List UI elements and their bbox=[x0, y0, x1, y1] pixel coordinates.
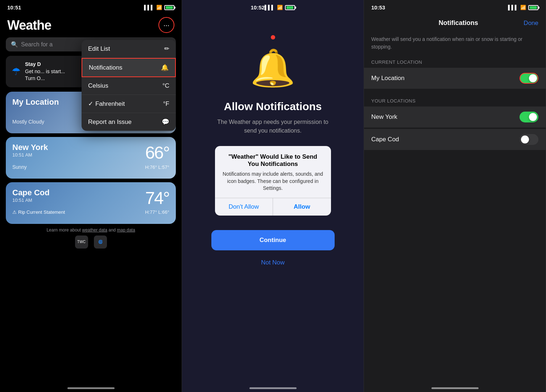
signal-icon-2: ▌▌▌ bbox=[265, 5, 275, 10]
card-warning-capecod: ⚠ Rip Current Statement bbox=[12, 209, 65, 215]
footer-logos: TWC 🌀 bbox=[0, 235, 182, 249]
wifi-icon-3: 📶 bbox=[520, 5, 526, 10]
allow-desc: The Weather app needs your permission to… bbox=[215, 118, 331, 135]
panel-weather-list: 10:51 ▌▌▌ 📶 Weathe ··· 🔍 Search for a ☂ … bbox=[0, 0, 182, 392]
new-york-toggle[interactable] bbox=[520, 112, 538, 122]
home-indicator-2 bbox=[249, 387, 297, 389]
battery-icon bbox=[164, 5, 174, 10]
status-icons-2: ▌▌▌ 📶 bbox=[265, 5, 295, 10]
notifications-settings-header: Notifications Done bbox=[364, 13, 546, 31]
notifications-desc: Weather will send you a notification whe… bbox=[364, 31, 546, 59]
cape-cod-row-label: Cape Cod bbox=[371, 136, 399, 143]
ellipsis-icon: ··· bbox=[164, 21, 170, 29]
dark-sky-logo: 🌀 bbox=[94, 235, 107, 249]
continue-button[interactable]: Continue bbox=[211, 230, 335, 250]
weather-header: Weathe ··· bbox=[0, 13, 182, 35]
toggle-knob-new-york bbox=[529, 113, 537, 121]
stay-banner-turn: Turn O... bbox=[25, 75, 65, 82]
new-york-row: New York bbox=[364, 107, 546, 128]
dropdown-report-issue[interactable]: Report an Issue 💬 bbox=[82, 113, 176, 131]
my-location-row-label: My Location bbox=[371, 75, 405, 82]
status-icons-3: ▌▌▌ 📶 bbox=[508, 5, 538, 10]
allow-button[interactable]: Allow bbox=[273, 198, 331, 216]
home-indicator-3 bbox=[431, 387, 479, 389]
status-bar-2: 10:52 ▌▌▌ 📶 bbox=[243, 0, 302, 13]
card-time-newyork: 10:51 AM bbox=[12, 152, 48, 158]
weather-data-link[interactable]: weather data bbox=[82, 228, 107, 233]
status-icons-1: ▌▌▌ 📶 bbox=[144, 5, 174, 10]
umbrella-icon: ☂ bbox=[12, 66, 21, 78]
not-now-button[interactable]: Not Now bbox=[258, 256, 288, 269]
battery-icon-3 bbox=[528, 5, 538, 10]
signal-icon-3: ▌▌▌ bbox=[508, 5, 518, 10]
dropdown-celsius[interactable]: Celsius °C bbox=[82, 77, 176, 95]
home-indicator-1 bbox=[67, 387, 115, 389]
cape-cod-toggle[interactable] bbox=[520, 134, 538, 145]
pencil-icon: ✏ bbox=[164, 45, 169, 53]
card-cape-cod[interactable]: Cape Cod 10:51 AM 74° ⚠ Rip Current Stat… bbox=[6, 182, 176, 224]
notifications-label: Notifications bbox=[89, 64, 123, 71]
notifications-settings-title: Notifications bbox=[439, 19, 478, 27]
bell-icon: 🔔 bbox=[161, 64, 169, 71]
wifi-icon: 📶 bbox=[156, 5, 162, 10]
current-location-label: CURRENT LOCATION bbox=[364, 59, 546, 68]
card-new-york[interactable]: New York 10:51 AM 66° Sunny H:76° L:57° bbox=[6, 137, 176, 179]
card-hl-capecod: H:77° L:66° bbox=[145, 209, 169, 215]
allow-title: Allow Notifications bbox=[224, 100, 322, 113]
panel-notifications-settings: 10:53 ▌▌▌ 📶 Notifications Done Weather w… bbox=[364, 0, 546, 392]
new-york-row-label: New York bbox=[371, 113, 397, 121]
my-location-row: My Location bbox=[364, 68, 546, 89]
card-hl-newyork: H:76° L:57° bbox=[145, 164, 169, 170]
done-button[interactable]: Done bbox=[524, 20, 538, 27]
card-condition-mylocation: Mostly Cloudy bbox=[12, 119, 44, 125]
card-temp-newyork: 66° bbox=[145, 143, 169, 163]
dropdown-fahrenheit[interactable]: ✓Fahrenheit °F bbox=[82, 95, 176, 113]
card-temp-capecod: 74° bbox=[145, 188, 169, 208]
my-location-toggle[interactable] bbox=[520, 73, 538, 84]
dialog-title: "Weather" Would Like to Send You Notific… bbox=[222, 153, 324, 168]
card-city-mylocation: My Location bbox=[12, 97, 59, 107]
card-time-capecod: 10:51 AM bbox=[12, 197, 50, 203]
your-locations-label: YOUR LOCATIONS bbox=[364, 98, 546, 107]
dialog-buttons: Don't Allow Allow bbox=[215, 198, 331, 216]
panel-allow-notifications: 10:52 ▌▌▌ 📶 🔔 Allow Notifications The We… bbox=[182, 0, 364, 392]
dropdown-edit-list[interactable]: Edit List ✏ bbox=[82, 40, 176, 58]
weather-channel-logo: TWC bbox=[75, 235, 88, 249]
app-title: Weathe bbox=[7, 18, 51, 33]
dropdown-notifications[interactable]: Notifications 🔔 bbox=[82, 58, 176, 77]
stay-banner-title: Stay D bbox=[25, 61, 65, 68]
status-bar-3: 10:53 ▌▌▌ 📶 bbox=[364, 0, 546, 13]
card-city-newyork: New York bbox=[12, 143, 48, 152]
report-issue-label: Report an Issue bbox=[88, 118, 132, 126]
card-condition-newyork: Sunny bbox=[12, 164, 27, 170]
panel2-body: 🔔 Allow Notifications The Weather app ne… bbox=[200, 13, 346, 392]
footer-links: Learn more about weather data and map da… bbox=[0, 228, 182, 233]
wifi-icon-2: 📶 bbox=[277, 5, 283, 10]
dialog-body: "Weather" Would Like to Send You Notific… bbox=[215, 146, 331, 192]
map-data-link[interactable]: map data bbox=[117, 228, 135, 233]
toggle-knob-my-location bbox=[529, 74, 537, 82]
dropdown-menu: Edit List ✏ Notifications 🔔 Celsius °C ✓… bbox=[82, 40, 176, 131]
dont-allow-button[interactable]: Don't Allow bbox=[215, 198, 273, 216]
edit-list-label: Edit List bbox=[88, 45, 110, 53]
system-dialog: "Weather" Would Like to Send You Notific… bbox=[215, 146, 331, 216]
signal-icon: ▌▌▌ bbox=[144, 5, 154, 10]
notification-dot bbox=[271, 35, 275, 39]
warning-icon: ⚠ bbox=[12, 209, 17, 215]
search-placeholder: Search for a bbox=[21, 41, 53, 48]
stay-banner-desc: Get no... is start... bbox=[25, 68, 65, 75]
fahrenheit-icon: °F bbox=[163, 100, 169, 108]
status-bar-1: 10:51 ▌▌▌ 📶 bbox=[0, 0, 182, 13]
more-button[interactable]: ··· bbox=[158, 17, 174, 33]
dialog-text: Notifications may include alerts, sounds… bbox=[222, 171, 324, 192]
bell-icon-large: 🔔 bbox=[250, 47, 295, 89]
card-city-capecod: Cape Cod bbox=[12, 188, 50, 197]
time-1: 10:51 bbox=[7, 4, 21, 11]
report-icon: 💬 bbox=[162, 118, 169, 126]
fahrenheit-label: ✓Fahrenheit bbox=[88, 100, 125, 108]
time-2: 10:52 bbox=[251, 4, 264, 11]
cape-cod-row: Cape Cod bbox=[364, 129, 546, 150]
toggle-knob-cape-cod bbox=[521, 135, 529, 143]
celsius-icon: °C bbox=[162, 82, 169, 89]
time-3: 10:53 bbox=[371, 4, 385, 11]
